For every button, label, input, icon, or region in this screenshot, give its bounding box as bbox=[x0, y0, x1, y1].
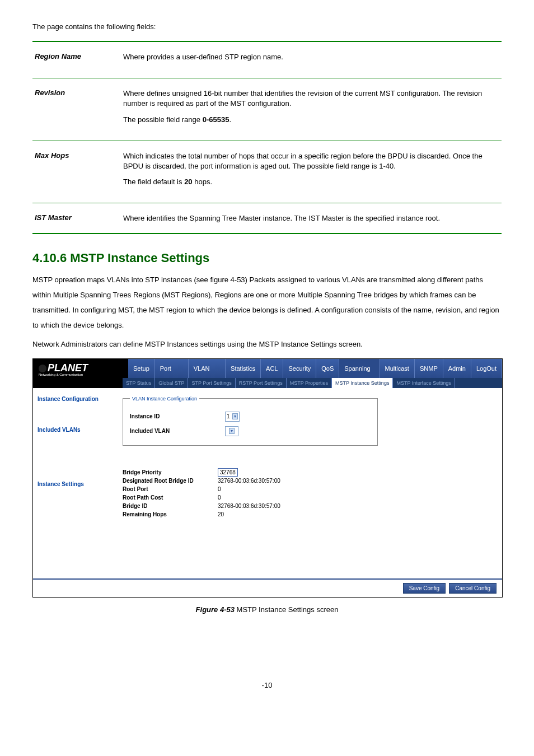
main-tab[interactable]: SNMP bbox=[415, 359, 443, 378]
main-tab[interactable]: VLAN Config bbox=[189, 359, 226, 378]
sub-tab[interactable]: Global STP bbox=[155, 378, 188, 388]
side-label: Instance Settings bbox=[33, 436, 123, 491]
main-tab[interactable]: Admin bbox=[443, 359, 471, 378]
intro-text: The page contains the following fields: bbox=[32, 22, 502, 31]
divider bbox=[32, 233, 502, 234]
field-label: Max Hops bbox=[32, 148, 121, 197]
setting-label: Bridge ID bbox=[123, 502, 218, 510]
instance-id-select[interactable]: 1▾ bbox=[225, 412, 240, 422]
main-tab[interactable]: Spanning Tree bbox=[339, 359, 380, 378]
setting-value: 0 bbox=[218, 485, 280, 493]
setting-label: Root Path Cost bbox=[123, 493, 218, 502]
setting-value: 32768-00:03:6d:30:57:00 bbox=[218, 477, 280, 485]
field-desc: Where identifies the Spanning Tree Maste… bbox=[121, 210, 502, 232]
side-labels: Instance ConfigurationIncluded VLANsInst… bbox=[33, 388, 123, 578]
field-desc: Where provides a user-defined STP region… bbox=[121, 49, 502, 71]
vlan-instance-fieldset: VLAN Instance Configuration Instance ID … bbox=[123, 396, 378, 446]
field-label: Region Name bbox=[32, 49, 121, 71]
included-vlan-label: Included VLAN bbox=[130, 428, 225, 434]
setting-value: 0 bbox=[218, 493, 280, 502]
setting-label: Root Port bbox=[123, 485, 218, 493]
main-tab[interactable]: QoS bbox=[316, 359, 339, 378]
field-desc: Where defines unsigned 16-bit number tha… bbox=[121, 85, 502, 134]
main-tab[interactable]: ACL bbox=[261, 359, 283, 378]
sub-tabs: STP StatusGlobal STPSTP Port SettingsRST… bbox=[123, 378, 502, 388]
setting-label: Designated Root Bridge ID bbox=[123, 477, 218, 485]
sub-tab[interactable]: STP Status bbox=[123, 378, 155, 388]
main-tab[interactable]: Security bbox=[283, 359, 316, 378]
save-config-button[interactable]: Save Config bbox=[403, 583, 446, 594]
chevron-down-icon: ▾ bbox=[232, 413, 238, 419]
chevron-down-icon: ▾ bbox=[229, 428, 235, 434]
setting-value: 32768-00:03:6d:30:57:00 bbox=[218, 502, 280, 510]
fields-table: Region NameWhere provides a user-defined… bbox=[32, 49, 502, 233]
main-tab[interactable]: Statistics bbox=[226, 359, 261, 378]
figure-caption: Figure 4-53 MSTP Instance Settings scree… bbox=[32, 605, 502, 614]
cancel-config-button[interactable]: Cancel Config bbox=[449, 583, 496, 594]
included-vlan-select[interactable]: ▾ bbox=[225, 426, 238, 436]
main-tab[interactable]: Multicast bbox=[380, 359, 415, 378]
instance-id-label: Instance ID bbox=[130, 413, 225, 419]
field-label: Revision bbox=[32, 85, 121, 134]
main-tab[interactable]: Port Config bbox=[155, 359, 189, 378]
main-tabs: SetupPort ConfigVLAN ConfigStatisticsACL… bbox=[128, 359, 502, 378]
sub-tab[interactable]: STP Port Settings bbox=[188, 378, 235, 388]
page-number: 4-101 bbox=[32, 681, 502, 689]
sub-tab[interactable]: MSTP Properties bbox=[287, 378, 332, 388]
logo: PLANET Networking & Communication bbox=[33, 359, 128, 378]
divider bbox=[32, 41, 502, 42]
main-tab[interactable]: LogOut bbox=[471, 359, 502, 378]
field-label: IST Master bbox=[32, 210, 121, 232]
body-paragraph: MSTP opreation maps VLANs into STP insta… bbox=[32, 272, 502, 333]
sub-tab[interactable]: MSTP Interface Settings bbox=[393, 378, 455, 388]
side-label: Instance Configuration bbox=[33, 388, 123, 405]
setting-value: 32768 bbox=[218, 468, 280, 477]
main-tab[interactable]: Setup bbox=[128, 359, 155, 378]
setting-label: Bridge Priority bbox=[123, 468, 218, 477]
sub-tab[interactable]: RSTP Port Settings bbox=[236, 378, 287, 388]
bridge-priority-input[interactable]: 32768 bbox=[218, 468, 238, 477]
mstp-screenshot: PLANET Networking & Communication SetupP… bbox=[32, 358, 503, 598]
section-header: 4.10.6 MSTP Instance Settings bbox=[32, 251, 502, 265]
sub-tab[interactable]: MSTP Instance Settings bbox=[332, 378, 393, 388]
side-label: Included VLANs bbox=[33, 405, 123, 436]
setting-value: 20 bbox=[218, 510, 280, 519]
setting-label: Remaining Hops bbox=[123, 510, 218, 519]
fieldset-legend: VLAN Instance Configuration bbox=[130, 396, 199, 402]
body-paragraph: Network Administrators can define MSTP I… bbox=[32, 337, 502, 352]
field-desc: Which indicates the total number of hops… bbox=[121, 148, 502, 197]
